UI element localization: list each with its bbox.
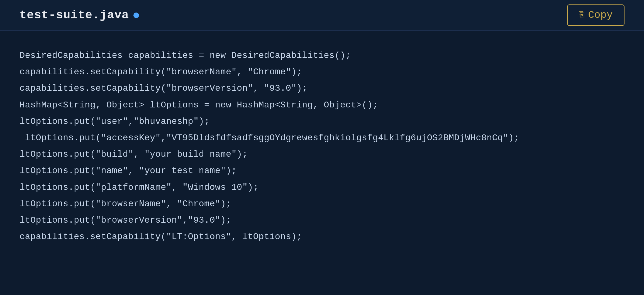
code-line: HashMap<String, Object> ltOptions = new … (19, 97, 625, 113)
code-line: ltOptions.put("accessKey","VT95Dldsfdfsa… (19, 130, 625, 146)
code-area: DesiredCapabilities capabilities = new D… (0, 31, 644, 295)
code-line: ltOptions.put("name", "your test name"); (19, 163, 625, 179)
copy-label: Copy (588, 9, 613, 21)
copy-icon: ⎘ (579, 10, 584, 20)
code-line: DesiredCapabilities capabilities = new D… (19, 47, 625, 64)
code-line: ltOptions.put("platformName", "Windows 1… (19, 179, 625, 196)
main-container: test-suite.java ⎘ Copy DesiredCapabiliti… (0, 0, 644, 295)
copy-button[interactable]: ⎘ Copy (567, 4, 625, 26)
code-line: capabilities.setCapability("LT:Options",… (19, 228, 625, 245)
code-line: capabilities.setCapability("browserName"… (19, 64, 625, 80)
code-line: ltOptions.put("user","bhuvaneshp"); (19, 113, 625, 130)
dot-indicator (133, 13, 139, 18)
code-line: capabilities.setCapability("browserVersi… (19, 80, 625, 97)
file-title: test-suite.java (19, 9, 129, 22)
code-block: DesiredCapabilities capabilities = new D… (19, 47, 625, 245)
file-title-group: test-suite.java (19, 9, 139, 22)
code-line: ltOptions.put("browserVersion","93.0"); (19, 212, 625, 228)
code-line: ltOptions.put("build", "your build name"… (19, 146, 625, 163)
header: test-suite.java ⎘ Copy (0, 0, 644, 31)
code-line: ltOptions.put("browserName", "Chrome"); (19, 196, 625, 212)
